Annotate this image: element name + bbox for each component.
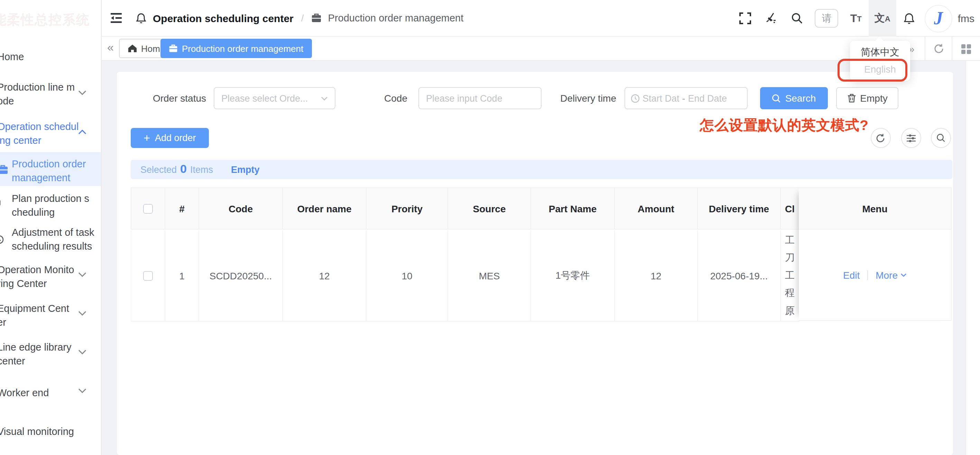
app-viewport: 能柔性总控系统 Home Production line mode Operat… bbox=[0, 0, 980, 455]
brand-watermark: 能柔性总控系统 bbox=[0, 11, 90, 29]
sidebar-item-plan-production-scheduling[interactable]: Plan production scheduling bbox=[12, 191, 91, 219]
breadcrumb-section: Operation scheduling center bbox=[153, 12, 294, 24]
delivery-date-range[interactable]: Start Dat - End Date bbox=[625, 87, 748, 109]
header-source: Source bbox=[448, 188, 531, 229]
cell-code: SCDD20250... bbox=[199, 230, 283, 321]
column-settings-button[interactable] bbox=[901, 128, 921, 148]
sidebar-item-adjustment-task-results[interactable]: Adjustment of task scheduling results bbox=[12, 226, 95, 253]
sidebar-item-production-line-mode[interactable]: Production line mode bbox=[0, 80, 79, 108]
date-start-placeholder: Start Dat bbox=[643, 93, 679, 103]
chevron-down-icon bbox=[78, 310, 86, 316]
cell-index: 1 bbox=[165, 230, 199, 321]
notification-bell-icon[interactable] bbox=[896, 0, 922, 37]
header-clipped-column: Cl bbox=[781, 188, 800, 229]
chevron-up-icon bbox=[78, 129, 86, 135]
row-checkbox[interactable] bbox=[143, 271, 153, 280]
translate-input-icon[interactable]: 请 bbox=[815, 9, 838, 28]
topbar: Operation scheduling center / Production… bbox=[102, 0, 980, 37]
code-input[interactable] bbox=[418, 87, 541, 109]
tag-link[interactable]: 刀 bbox=[785, 249, 795, 267]
add-order-button[interactable]: + Add order bbox=[131, 128, 209, 148]
header-code: Code bbox=[199, 188, 283, 229]
tag-link[interactable]: 工 bbox=[785, 232, 795, 249]
tabs-collapse-left-icon[interactable]: « bbox=[107, 41, 114, 55]
code-label: Code bbox=[380, 87, 407, 109]
sidebar-item-worker-end[interactable]: Worker end bbox=[0, 385, 67, 399]
chevron-down-icon bbox=[321, 96, 328, 100]
table-header-row: # Code Order name Prority Source Part Na… bbox=[131, 188, 800, 229]
order-status-label: Order status bbox=[138, 87, 206, 109]
annotation-red-box bbox=[838, 59, 907, 81]
selected-label: Selected bbox=[140, 164, 177, 175]
user-avatar[interactable]: J bbox=[925, 5, 952, 32]
plus-icon: + bbox=[143, 132, 150, 143]
tabbar: « Home Production order management » bbox=[102, 37, 980, 61]
clock-icon bbox=[631, 94, 640, 103]
fullscreen-icon[interactable] bbox=[733, 0, 758, 37]
header-delivery-time: Delivery time bbox=[698, 188, 781, 229]
fixed-menu-column: Menu Edit More bbox=[799, 188, 951, 321]
sidebar-item-operation-monitoring-center[interactable]: Operation Monitoring Center bbox=[0, 262, 75, 290]
cell-part-name: 1号零件 bbox=[531, 230, 615, 321]
add-order-label: Add order bbox=[155, 133, 196, 143]
search-button-label: Search bbox=[785, 93, 816, 104]
date-end-placeholder: End Date bbox=[688, 93, 727, 103]
chevron-down-icon bbox=[900, 273, 907, 277]
sidebar-item-production-order-management[interactable]: Production order management bbox=[12, 157, 91, 185]
more-label: More bbox=[875, 269, 898, 280]
tag-link[interactable]: 工 bbox=[785, 267, 795, 285]
menu-fold-icon[interactable] bbox=[108, 0, 124, 36]
order-status-select[interactable]: Please select Orde... bbox=[214, 87, 336, 109]
sidebar-item-visual-monitoring[interactable]: Visual monitoring bbox=[0, 424, 87, 438]
select-all-checkbox[interactable] bbox=[143, 204, 153, 213]
tag-link[interactable]: 原 bbox=[785, 302, 795, 320]
layout-grid-icon[interactable] bbox=[952, 37, 980, 61]
home-icon bbox=[128, 44, 137, 52]
sidebar-item-line-edge-library-center[interactable]: Line edge library center bbox=[0, 340, 75, 368]
edit-link[interactable]: Edit bbox=[843, 269, 860, 280]
main-card: Order status Please select Orde... Code … bbox=[117, 72, 953, 455]
language-switch-icon[interactable]: 文A bbox=[869, 0, 896, 37]
header-menu: Menu bbox=[799, 188, 951, 229]
briefcase-icon bbox=[0, 165, 8, 175]
search-icon[interactable] bbox=[784, 0, 810, 37]
cell-source: MES bbox=[448, 230, 531, 321]
trash-icon bbox=[847, 93, 856, 103]
refresh-icon[interactable] bbox=[925, 37, 951, 61]
sidebar: 能柔性总控系统 Home Production line mode Operat… bbox=[0, 0, 102, 455]
chevron-down-icon bbox=[78, 90, 86, 95]
table-row: 1 SCDD20250... 12 10 MES 1号零件 12 2025-06… bbox=[131, 230, 800, 321]
table-search-button[interactable] bbox=[931, 128, 951, 148]
chevron-down-icon bbox=[78, 349, 86, 355]
header-amount: Amount bbox=[615, 188, 698, 229]
cell-priority: 10 bbox=[367, 230, 448, 321]
selected-count: 0 bbox=[180, 162, 187, 176]
font-size-icon[interactable]: TT bbox=[843, 0, 869, 37]
content-area: Order status Please select Orde... Code … bbox=[102, 61, 980, 455]
annotation-question-text: 怎么设置默认的英文模式? bbox=[700, 116, 869, 135]
cell-order-name: 12 bbox=[283, 230, 367, 321]
clean-broom-icon[interactable] bbox=[758, 0, 784, 37]
header-part-name: Part Name bbox=[531, 188, 615, 229]
right-panel-strip bbox=[966, 61, 980, 455]
briefcase-icon bbox=[169, 44, 178, 52]
empty-button-label: Empty bbox=[860, 93, 887, 104]
empty-button[interactable]: Empty bbox=[836, 87, 898, 109]
sidebar-item-equipment-center[interactable]: Equipment Center bbox=[0, 301, 72, 329]
sidebar-item-operation-scheduling-center[interactable]: Operation scheduling center bbox=[0, 119, 79, 147]
search-button[interactable]: Search bbox=[760, 87, 828, 109]
tab-production-order-management[interactable]: Production order management bbox=[161, 39, 312, 58]
cell-delivery-time: 2025-06-19... bbox=[698, 230, 781, 321]
clear-selection-link[interactable]: Empty bbox=[231, 164, 260, 175]
briefcase-icon bbox=[312, 13, 322, 23]
username: fms bbox=[952, 13, 980, 24]
menu-item-simplified-chinese[interactable]: 简体中文 bbox=[850, 44, 910, 61]
header-order-name: Order name bbox=[283, 188, 367, 229]
sidebar-item-home[interactable]: Home bbox=[0, 50, 78, 64]
header-priority: Prority bbox=[367, 188, 448, 229]
more-link[interactable]: More bbox=[875, 269, 907, 280]
tag-link[interactable]: 程 bbox=[785, 285, 795, 302]
cell-amount: 12 bbox=[615, 230, 698, 321]
table-refresh-button[interactable] bbox=[870, 128, 891, 148]
scale-icon bbox=[0, 200, 6, 210]
